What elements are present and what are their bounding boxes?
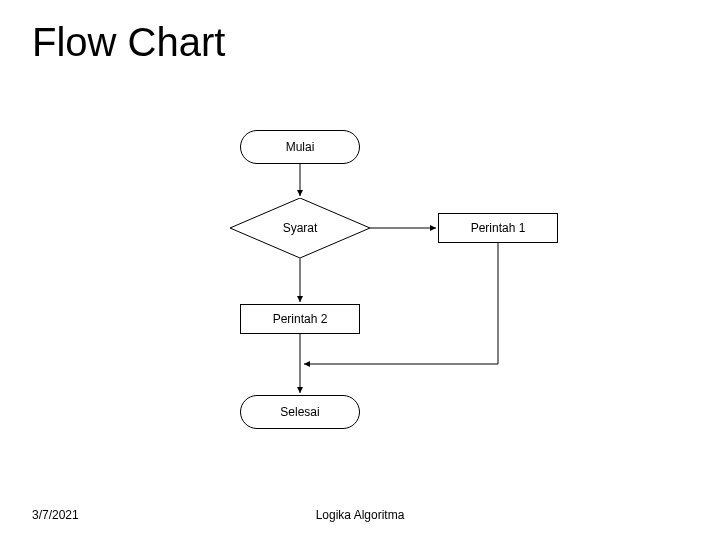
slide-title: Flow Chart [32, 20, 225, 65]
node-start-label: Mulai [286, 140, 315, 154]
flowchart-connectors [0, 0, 720, 540]
node-perintah1: Perintah 1 [438, 213, 558, 243]
node-perintah1-label: Perintah 1 [471, 221, 526, 235]
footer-caption: Logika Algoritma [0, 508, 720, 522]
node-start: Mulai [240, 130, 360, 164]
node-condition: Syarat [230, 198, 370, 258]
svg-marker-0 [230, 198, 370, 258]
node-perintah2-label: Perintah 2 [273, 312, 328, 326]
node-end-label: Selesai [280, 405, 319, 419]
node-end: Selesai [240, 395, 360, 429]
diamond-shape-icon [230, 198, 370, 258]
node-perintah2: Perintah 2 [240, 304, 360, 334]
